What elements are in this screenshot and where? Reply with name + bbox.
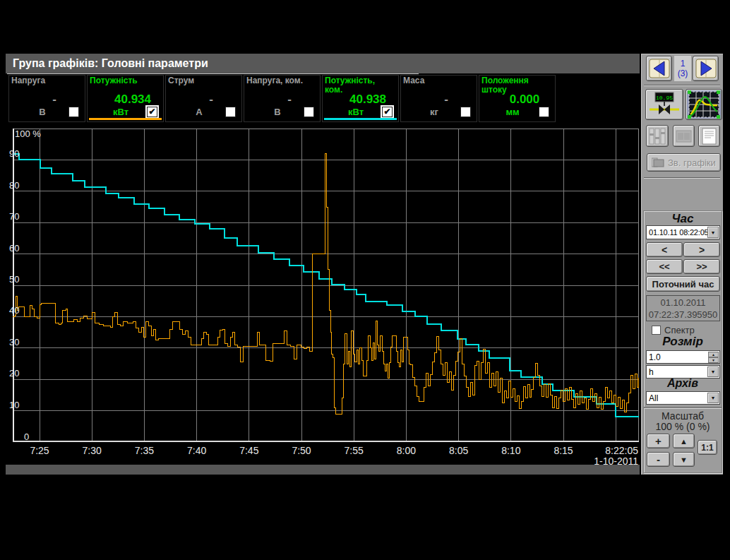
zoom-in-button[interactable]: + xyxy=(647,434,670,448)
x-axis-label: 7:25 xyxy=(13,445,66,456)
dropdown-arrow-icon[interactable]: ▼ xyxy=(707,227,719,238)
param-panel-6: Маса-кг xyxy=(400,75,477,122)
y-axis-label: 40 xyxy=(9,305,19,316)
time-combobox[interactable]: 01.10.11 08:22:05 ▼ xyxy=(646,225,720,239)
param-panel-1: Напруга-В xyxy=(8,75,85,122)
param-underline xyxy=(324,118,397,120)
size-value: 1.0 xyxy=(649,352,661,362)
trend-chart[interactable]: 8:22:05 1-10-2011 100 %90807060504030201… xyxy=(6,126,640,465)
param-checkbox[interactable] xyxy=(68,107,79,117)
time-combobox-value: 01.10.11 08:22:05 xyxy=(649,228,708,237)
spin-down-icon[interactable]: ▼ xyxy=(708,357,719,363)
size-unit-value: h xyxy=(649,367,654,377)
zoom-header: Масштаб xyxy=(642,410,724,422)
param-checkbox[interactable]: ✔ xyxy=(147,107,157,117)
spectrum-checkbox[interactable] xyxy=(652,326,661,335)
size-header: Розмір xyxy=(642,335,724,349)
next-group-button[interactable] xyxy=(693,56,719,81)
spinner-buttons[interactable]: ▲▼ xyxy=(708,352,719,362)
zoom-value: 100 % (0 %) xyxy=(642,421,724,432)
separator xyxy=(644,85,720,86)
y-axis-label: 50 xyxy=(9,274,19,285)
param-value: 0.000 xyxy=(493,93,556,107)
linked-charts-button[interactable]: Зв. графіки xyxy=(647,153,721,172)
pan-up-button[interactable]: ▲ xyxy=(673,434,695,448)
x-axis-label: 8:10 xyxy=(485,445,537,456)
param-unit: В xyxy=(9,107,76,117)
window-titlebar: Група графіків: Головні параметри xyxy=(6,54,640,73)
window-bottom-strip xyxy=(6,465,640,475)
panel-view-button[interactable] xyxy=(673,125,695,147)
param-value: - xyxy=(414,93,478,107)
jump-back-button[interactable]: << xyxy=(646,259,683,274)
spin-up-icon[interactable]: ▲ xyxy=(708,352,719,357)
jump-forward-button[interactable]: >> xyxy=(683,259,720,274)
y-axis-label: 10 xyxy=(9,400,19,410)
param-panel-4: Напруга, ком.-В xyxy=(244,75,321,122)
prev-group-button[interactable] xyxy=(646,56,672,81)
param-panel-2: Потужність40.934кВт✔ xyxy=(87,75,164,122)
archive-header: Архів xyxy=(642,377,724,390)
y-axis-label: 70 xyxy=(9,211,19,222)
param-checkbox[interactable] xyxy=(225,107,236,117)
y-axis-label: 90 xyxy=(9,148,19,159)
y-axis-label: 20 xyxy=(9,368,19,379)
archive-combobox[interactable]: All ▼ xyxy=(646,391,720,405)
param-checkbox[interactable]: ✔ xyxy=(382,107,393,117)
linked-charts-label: Зв. графіки xyxy=(668,157,716,168)
param-value: 40.938 xyxy=(336,93,400,107)
zoom-out-button[interactable]: - xyxy=(647,452,670,467)
x-axis-label: 7:40 xyxy=(171,445,223,456)
param-panel-7: Положення штоку0.000мм xyxy=(479,75,556,122)
param-title: Напруга, ком. xyxy=(246,76,316,85)
param-panel-3: Струм-А xyxy=(165,75,242,122)
faders-view-button[interactable] xyxy=(646,125,669,147)
prev-page-icon xyxy=(649,58,670,79)
param-panel-5: Потужність, ком.40.938кВт✔ xyxy=(322,75,399,122)
param-title: Напруга xyxy=(11,76,81,85)
param-unit: В xyxy=(244,107,311,117)
time-header: Час xyxy=(642,212,724,226)
separator xyxy=(644,177,720,179)
panel-view-icon xyxy=(675,128,693,145)
param-checkbox[interactable] xyxy=(304,107,314,117)
dropdown-arrow-icon[interactable]: ▼ xyxy=(707,367,719,377)
spectrum-label: Спектр xyxy=(664,325,695,335)
faders-icon xyxy=(648,128,666,145)
param-unit: кВт xyxy=(323,107,389,117)
current-time-button[interactable]: Поточний час xyxy=(646,276,720,292)
datetime-date: 01.10.2011 xyxy=(647,297,719,309)
zoom-reset-button[interactable]: 1:1 xyxy=(698,440,717,455)
x-axis-label: 8:15 xyxy=(537,445,590,456)
linked-charts-icon xyxy=(652,157,664,167)
plot-area[interactable] xyxy=(13,129,639,442)
document-icon xyxy=(700,128,718,145)
param-value: - xyxy=(23,93,86,107)
param-checkbox[interactable] xyxy=(539,107,549,117)
spectrum-row: Спектр xyxy=(652,325,695,335)
x-axis-end-label: 8:22:05 xyxy=(605,445,638,456)
mnemoscheme-button[interactable]: 10.95 xyxy=(645,89,683,120)
pan-down-button[interactable]: ▼ xyxy=(673,452,695,467)
parameter-panels-row: Напруга-ВПотужність40.934кВт✔Струм-АНапр… xyxy=(6,75,640,124)
titlebar-underline xyxy=(7,73,419,74)
param-unit: А xyxy=(166,107,232,117)
param-unit: кВт xyxy=(88,107,154,117)
report-view-button[interactable] xyxy=(698,125,720,147)
charts-button-selected[interactable] xyxy=(686,89,722,120)
x-axis-label: 8:05 xyxy=(433,445,485,456)
step-back-button[interactable]: < xyxy=(646,242,683,257)
dropdown-arrow-icon[interactable]: ▼ xyxy=(707,393,719,403)
next-page-icon xyxy=(695,58,717,79)
step-forward-button[interactable]: > xyxy=(683,242,720,257)
param-value: 40.934 xyxy=(101,93,164,107)
y-axis-label: 0 xyxy=(24,431,29,442)
param-checkbox[interactable] xyxy=(460,107,471,117)
x-axis-label: 7:55 xyxy=(328,445,380,456)
size-spinner[interactable]: 1.0 ▲▼ xyxy=(646,350,720,364)
y-axis-label: 30 xyxy=(9,337,19,347)
chart-icon xyxy=(688,90,720,119)
archive-value: All xyxy=(649,393,658,403)
param-title: Струм xyxy=(168,76,238,85)
x-axis-label: 7:50 xyxy=(275,445,328,456)
